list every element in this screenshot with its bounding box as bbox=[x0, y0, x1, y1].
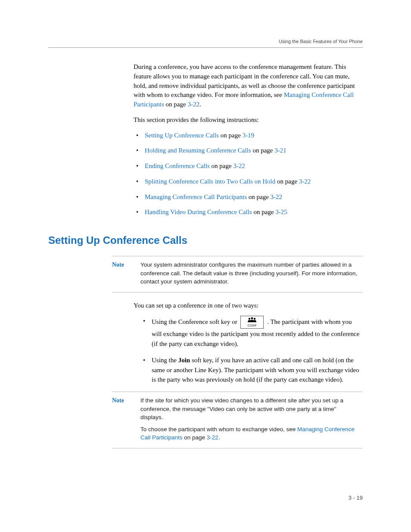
note2-paragraph-2: To choose the participant with whom to e… bbox=[140, 425, 358, 442]
toc-mid: on page bbox=[219, 132, 243, 139]
toc-link-video[interactable]: Handling Video During Conference Calls bbox=[145, 208, 252, 215]
svg-point-1 bbox=[251, 317, 253, 320]
conference-key-icon: CONF bbox=[240, 316, 264, 329]
header-divider bbox=[48, 47, 363, 48]
toc-mid: on page bbox=[210, 162, 234, 169]
body-column: During a conference, you have access to … bbox=[134, 62, 363, 217]
setup-method-2: Using the Join soft key, if you have an … bbox=[140, 355, 363, 385]
toc-mid: on page bbox=[252, 208, 276, 215]
setup-method-1: Using the Conference soft key or CONF . … bbox=[140, 316, 363, 348]
page-ref-3-22-b[interactable]: 3-22 bbox=[207, 434, 218, 441]
toc-link-manage[interactable]: Managing Conference Call Participants bbox=[145, 193, 247, 200]
toc-page-ref[interactable]: 3-21 bbox=[274, 147, 286, 154]
toc-item: Managing Conference Call Participants on… bbox=[134, 193, 363, 202]
note2-text-a: To choose the participant with whom to e… bbox=[140, 426, 297, 432]
toc-link-setup[interactable]: Setting Up Conference Calls bbox=[145, 132, 219, 139]
toc-link-hold[interactable]: Holding and Resuming Conference Calls bbox=[145, 147, 251, 154]
toc-item: Handling Video During Conference Calls o… bbox=[134, 208, 363, 217]
toc-item: Ending Conference Calls on page 3-22 bbox=[134, 162, 363, 171]
toc-link-split[interactable]: Splitting Conference Calls into Two Call… bbox=[145, 178, 275, 185]
body-column-2: You can set up a conference in one of tw… bbox=[134, 301, 363, 385]
section-heading-setup: Setting Up Conference Calls bbox=[48, 234, 363, 246]
intro-paragraph-1: During a conference, you have access to … bbox=[134, 62, 363, 109]
conf-people-icon bbox=[247, 317, 257, 323]
running-header: Using the Basic Features of Your Phone bbox=[48, 39, 363, 44]
toc-mid: on page bbox=[275, 178, 299, 185]
toc-page-ref[interactable]: 3-22 bbox=[233, 162, 245, 169]
setup-intro: You can set up a conference in one of tw… bbox=[134, 301, 363, 311]
join-softkey-name: Join bbox=[178, 357, 190, 364]
note-block-1: Note Your system administrator configure… bbox=[112, 256, 363, 292]
method1-text-a: Using the Conference soft key or bbox=[152, 319, 239, 326]
method2-text-a: Using the bbox=[152, 357, 178, 364]
intro-paragraph-2: This section provides the following inst… bbox=[134, 115, 363, 125]
toc-page-ref[interactable]: 3-22 bbox=[271, 193, 283, 200]
note-text: Your system administrator configures the… bbox=[140, 261, 358, 286]
toc-page-ref[interactable]: 3-25 bbox=[275, 208, 287, 215]
toc-mid: on page bbox=[247, 193, 271, 200]
intro-text-b: on page bbox=[164, 101, 188, 108]
note-label: Note bbox=[112, 396, 140, 442]
toc-item: Setting Up Conference Calls on page 3-19 bbox=[134, 131, 363, 140]
toc-mid: on page bbox=[251, 147, 275, 154]
note2-text-c: . bbox=[218, 434, 220, 441]
svg-point-0 bbox=[249, 318, 250, 320]
toc-page-ref[interactable]: 3-19 bbox=[243, 132, 255, 139]
toc-page-ref[interactable]: 3-22 bbox=[299, 178, 311, 185]
intro-text-c: . bbox=[199, 101, 201, 108]
note-label: Note bbox=[112, 261, 140, 286]
toc-list: Setting Up Conference Calls on page 3-19… bbox=[134, 131, 363, 218]
toc-item: Splitting Conference Calls into Two Call… bbox=[134, 177, 363, 187]
page-number: 3 - 19 bbox=[349, 495, 363, 501]
note-text: If the site for which you view video cha… bbox=[140, 396, 358, 442]
note2-text-b: on page bbox=[183, 434, 207, 441]
note2-paragraph-1: If the site for which you view video cha… bbox=[140, 396, 358, 422]
setup-methods-list: Using the Conference soft key or CONF . … bbox=[140, 316, 363, 385]
note-paragraph: Your system administrator configures the… bbox=[140, 261, 358, 286]
conf-icon-label: CONF bbox=[241, 324, 263, 328]
toc-link-end[interactable]: Ending Conference Calls bbox=[145, 162, 210, 169]
page-ref-3-22[interactable]: 3-22 bbox=[187, 101, 199, 108]
page: Using the Basic Features of Your Phone D… bbox=[0, 0, 411, 532]
note-block-2: Note If the site for which you view vide… bbox=[112, 392, 363, 448]
toc-item: Holding and Resuming Conference Calls on… bbox=[134, 146, 363, 156]
svg-point-2 bbox=[254, 318, 255, 320]
